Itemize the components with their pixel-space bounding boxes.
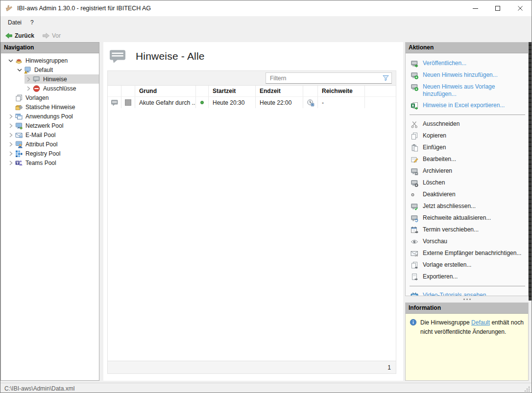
default-group-link[interactable]: Default <box>471 319 490 326</box>
column-reichweite[interactable]: Reichweite <box>318 86 365 97</box>
action-deaktivieren[interactable]: Deaktivieren <box>409 189 526 201</box>
chevron-down-icon[interactable] <box>16 66 24 74</box>
refresh-reach-icon <box>411 214 418 222</box>
tree-item-vorlagen[interactable]: Vorlagen <box>1 93 99 102</box>
tree-item-registry-pool[interactable]: Registry Pool <box>1 149 99 158</box>
filter-funnel-icon[interactable] <box>382 74 389 82</box>
chevron-placeholder <box>7 103 15 111</box>
action-hinweis-aus-vorlage[interactable]: Neuen Hinweis aus Vorlage hinzufügen... <box>409 81 526 100</box>
desktop-edge-strip <box>529 42 532 301</box>
table-row[interactable]: Akute Gefahr durch ... Heute 20:30 Heute… <box>108 97 396 108</box>
action-exportieren[interactable]: Exportieren... <box>409 271 526 283</box>
row-count: 1 <box>387 364 391 371</box>
cell-reichweite: - <box>318 97 365 108</box>
forward-label: Vor <box>52 32 61 39</box>
tree-item-email-pool[interactable]: E-Mail Pool <box>1 130 99 139</box>
chevron-right-icon[interactable] <box>7 140 15 148</box>
complete-now-icon <box>411 203 418 210</box>
teams-pool-icon <box>15 159 23 167</box>
hinweisgruppen-icon <box>15 57 23 65</box>
edit-icon <box>411 156 418 163</box>
tree-item-default[interactable]: Default <box>1 65 99 74</box>
menu-help[interactable]: ? <box>26 17 38 28</box>
action-ausschneiden[interactable]: Ausschneiden <box>409 118 526 130</box>
email-pool-icon <box>15 131 23 139</box>
panel-splitter[interactable] <box>405 296 529 302</box>
action-kopieren[interactable]: Kopieren <box>409 130 526 142</box>
action-video-tutorials[interactable]: Video-Tutorials ansehen... <box>409 290 526 296</box>
chevron-right-icon[interactable] <box>7 122 15 130</box>
ausschluesse-icon <box>32 85 41 92</box>
filter-input[interactable] <box>266 72 392 84</box>
panel-gap <box>99 42 103 383</box>
actions-panel: Aktionen Veröffentlichen... Neuen Hinwei… <box>405 42 529 296</box>
tree-item-hinweise[interactable]: Hinweise <box>1 74 99 84</box>
action-loeschen[interactable]: Löschen <box>409 177 526 189</box>
forward-button[interactable]: Vor <box>41 31 62 41</box>
preview-eye-icon <box>411 238 418 246</box>
action-vorlage-erstellen[interactable]: Vorlage erstellen... <box>409 259 526 271</box>
cell-reach-icon <box>303 97 318 108</box>
registry-pool-icon <box>15 150 23 158</box>
chevron-right-icon[interactable] <box>7 113 15 120</box>
resize-grip[interactable] <box>524 386 530 392</box>
hinweise-icon <box>32 75 41 83</box>
close-button[interactable] <box>509 0 532 16</box>
export-icon <box>411 273 418 281</box>
forward-arrow-icon <box>42 32 50 40</box>
action-termin-verschieben[interactable]: Termin verschieben... <box>409 224 526 236</box>
chevron-down-icon[interactable] <box>7 57 15 65</box>
minimize-button[interactable] <box>464 0 486 16</box>
action-archivieren[interactable]: Archivieren <box>409 165 526 177</box>
column-reach-icon[interactable] <box>303 86 318 97</box>
tree-item-hinweisgruppen[interactable]: Hinweisgruppen <box>1 56 99 65</box>
action-veroeffentlichen[interactable]: Veröffentlichen... <box>409 58 526 69</box>
column-grund[interactable]: Grund <box>135 86 196 97</box>
deactivate-icon <box>411 191 418 199</box>
add-hint-from-template-icon <box>411 83 418 91</box>
back-button[interactable]: Zurück <box>3 31 36 41</box>
information-header: Information <box>406 303 528 314</box>
column-status[interactable] <box>196 86 209 97</box>
tree-item-teams-pool[interactable]: Teams Pool <box>1 158 99 167</box>
action-vorschau[interactable]: Vorschau <box>409 236 526 248</box>
right-column: Aktionen Veröffentlichen... Neuen Hinwei… <box>405 42 529 381</box>
tree-item-attribut-pool[interactable]: Attribut Pool <box>1 139 99 149</box>
app-icon <box>5 4 13 12</box>
chevron-right-icon[interactable] <box>7 131 15 139</box>
column-startzeit[interactable]: Startzeit <box>209 86 256 97</box>
column-endzeit[interactable]: Endzeit <box>256 86 303 97</box>
chevron-right-icon[interactable] <box>24 75 32 83</box>
action-bearbeiten[interactable]: Bearbeiten... <box>409 154 526 165</box>
statische-hinweise-icon <box>15 103 23 111</box>
window-controls <box>464 0 532 16</box>
video-tv-icon <box>411 292 418 296</box>
action-einfuegen[interactable]: Einfügen <box>409 142 526 154</box>
chevron-right-icon[interactable] <box>7 150 15 158</box>
minimize-icon <box>473 8 478 9</box>
action-jetzt-abschliessen[interactable]: Jetzt abschliessen... <box>409 201 526 212</box>
table-footer: 1 <box>108 361 396 373</box>
action-reichweite-aktualisieren[interactable]: Reichweite aktualisieren... <box>409 212 526 224</box>
chevron-right-icon[interactable] <box>24 85 32 92</box>
paste-icon <box>411 144 418 152</box>
tree-item-ausschluesse[interactable]: Ausschlüsse <box>1 84 99 93</box>
column-hint-icon[interactable] <box>108 86 121 97</box>
action-excel-export[interactable]: Hinweise in Excel exportieren... <box>409 100 526 112</box>
information-panel: Information Die Hinweisgruppe Default en… <box>405 302 529 381</box>
maximize-button[interactable] <box>486 0 509 16</box>
table-header: Grund Startzeit Endzeit Reichweite <box>108 86 396 97</box>
cell-hint-icon <box>108 97 121 108</box>
column-color[interactable] <box>121 86 135 97</box>
actions-list: Veröffentlichen... Neuen Hinweis hinzufü… <box>406 53 528 296</box>
tree-item-netzwerk-pool[interactable]: Netzwerk Pool <box>1 121 99 130</box>
action-neuen-hinweis-hinzufuegen[interactable]: Neuen Hinweis hinzufügen... <box>409 69 526 81</box>
tree-item-statische-hinweise[interactable]: Statische Hinweise <box>1 102 99 112</box>
tree-item-anwendungs-pool[interactable]: Anwendungs Pool <box>1 112 99 121</box>
action-externe-empfaenger[interactable]: Externe Empfänger benachrichtigen... <box>409 248 526 259</box>
menu-bar: Datei ? <box>0 16 532 29</box>
notify-envelope-icon <box>411 250 418 257</box>
reichweite-pending-icon <box>307 99 314 107</box>
menu-datei[interactable]: Datei <box>3 17 26 28</box>
chevron-right-icon[interactable] <box>7 159 15 167</box>
